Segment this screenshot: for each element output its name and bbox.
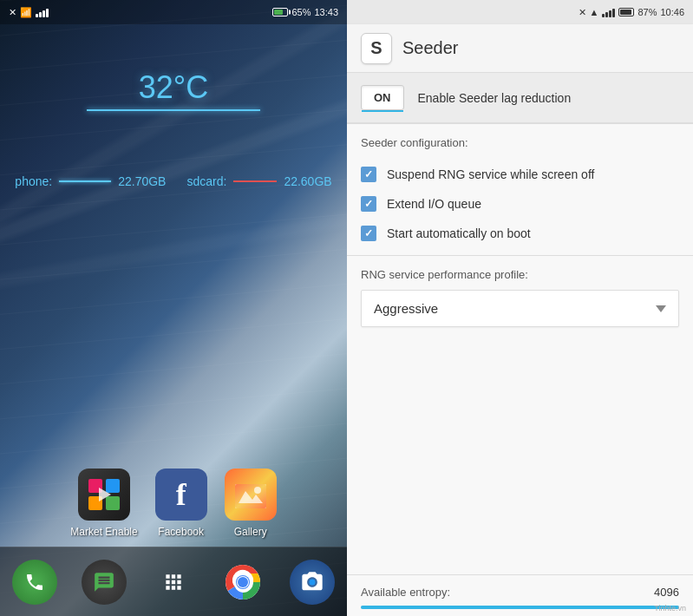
weather-widget: 32°C [0, 69, 347, 115]
bottom-dock [0, 547, 347, 616]
dropdown-arrow-icon [656, 305, 666, 312]
entropy-value: 4096 [654, 586, 679, 599]
dock-phone[interactable] [12, 560, 57, 605]
facebook-f-letter: f [176, 479, 186, 510]
watermark: Tinhte.vn [654, 604, 686, 613]
seeder-logo: S [361, 33, 392, 64]
toggle-label: Enable Seeder lag reduction [418, 91, 572, 105]
svg-rect-3 [106, 496, 120, 510]
svg-rect-1 [106, 479, 120, 493]
checkbox-2[interactable] [361, 226, 376, 241]
left-status-bar: ✕ 📶 65% 13:43 [0, 0, 347, 24]
svg-point-13 [238, 577, 248, 587]
facebook-icon-img: f [155, 469, 207, 521]
config-section: Seeder configuration: Suspend RNG servic… [347, 124, 693, 255]
wifi-icon: 📶 [20, 7, 32, 18]
storage-info: phone: 22.70GB sdcard: 22.60GB [0, 174, 347, 189]
signal-bar-4 [46, 9, 49, 17]
profile-dropdown[interactable]: Aggressive [361, 290, 679, 327]
right-signal-bar-4 [612, 9, 615, 17]
app-title: Seeder [402, 38, 459, 58]
checkbox-row-1[interactable]: Extend I/O queue [361, 189, 679, 219]
right-mute-icon: ✕ [579, 7, 586, 18]
dock-apps[interactable] [151, 560, 196, 605]
gallery-icon-img [225, 469, 277, 521]
right-clock: 10:46 [660, 7, 684, 17]
right-signal-bar-1 [602, 14, 605, 17]
sms-icon [93, 571, 115, 593]
market-icon-img [78, 469, 130, 521]
signal-bar-2 [39, 12, 42, 17]
right-signal-bars [602, 7, 615, 17]
dock-camera[interactable] [290, 560, 335, 605]
right-status-bar: ✕ ▲ 87% 10:46 [347, 0, 693, 24]
phone-value: 22.70GB [118, 174, 166, 188]
sdcard-bar [233, 180, 277, 182]
app-icon-gallery[interactable]: Gallery [225, 469, 277, 538]
checkbox-1[interactable] [361, 196, 376, 212]
dock-sms[interactable] [82, 560, 127, 605]
right-signal-bar-2 [605, 12, 608, 17]
phone-icon [24, 572, 45, 593]
mute-icon: ✕ [9, 7, 16, 18]
temperature-bar [87, 109, 260, 111]
temperature-display: 32°C [0, 69, 347, 106]
battery-outer [272, 8, 288, 16]
checkbox-row-2[interactable]: Start automatically on boot [361, 219, 679, 248]
signal-bar-1 [36, 14, 38, 17]
camera-icon [300, 570, 324, 594]
left-status-right: 65% 13:43 [272, 7, 338, 17]
apps-icon [162, 571, 185, 593]
profile-section: RNG service performance profile: Aggress… [347, 256, 693, 339]
svg-point-14 [310, 579, 316, 585]
app-dock-area: Market Enable f Facebook [0, 469, 347, 538]
signal-bar-3 [42, 10, 45, 17]
right-battery-fill [620, 10, 631, 15]
checkbox-label-1: Extend I/O queue [387, 197, 481, 211]
market-label: Market Enable [70, 526, 137, 538]
svg-point-9 [254, 487, 261, 494]
signal-bars [36, 7, 49, 17]
config-title: Seeder configuration: [361, 136, 679, 149]
checkbox-row-0[interactable]: Suspend RNG service while screen off [361, 160, 679, 189]
gallery-icon-svg [232, 475, 270, 514]
entropy-label: Available entropy: [361, 586, 450, 599]
toggle-row: ON Enable Seeder lag reduction [347, 73, 693, 123]
left-status-icons: ✕ 📶 [9, 7, 49, 18]
checkbox-label-0: Suspend RNG service while screen off [387, 167, 594, 181]
entropy-row: Available entropy: 4096 [361, 586, 679, 599]
right-panel: ✕ ▲ 87% 10:46 S Seeder ON Enable Seeder … [347, 0, 693, 616]
svg-rect-7 [235, 484, 266, 508]
app-icon-market[interactable]: Market Enable [70, 469, 137, 538]
right-signal-bar-3 [609, 10, 611, 17]
chrome-icon [224, 563, 262, 601]
sdcard-value: 22.60GB [284, 174, 331, 188]
phone-label: phone: [15, 174, 52, 188]
battery-indicator [272, 8, 288, 16]
market-icon-svg [85, 475, 123, 514]
entropy-section: Available entropy: 4096 [347, 574, 693, 616]
checkbox-0[interactable] [361, 167, 376, 182]
gallery-label: Gallery [234, 526, 267, 538]
sdcard-label: sdcard: [186, 174, 226, 188]
battery-percent-left: 65% [291, 7, 311, 17]
right-wifi-icon: ▲ [590, 7, 599, 17]
profile-value: Aggressive [374, 301, 438, 316]
left-panel: ✕ 📶 65% 13:43 32°C [0, 0, 347, 616]
seeder-logo-letter: S [370, 38, 382, 58]
right-battery-percent: 87% [637, 7, 657, 17]
facebook-label: Facebook [158, 526, 204, 538]
checkbox-label-2: Start automatically on boot [387, 226, 531, 240]
toggle-button[interactable]: ON [361, 85, 404, 110]
profile-title: RNG service performance profile: [361, 268, 679, 281]
right-battery [618, 8, 634, 16]
clock-left: 13:43 [314, 7, 338, 17]
battery-fill [274, 10, 282, 15]
entropy-bar-fill [361, 606, 679, 609]
phone-bar [59, 180, 111, 182]
app-content: ON Enable Seeder lag reduction Seeder co… [347, 73, 693, 616]
app-header: S Seeder [347, 24, 693, 73]
dock-chrome[interactable] [220, 560, 265, 605]
entropy-bar-container [361, 606, 679, 609]
app-icon-facebook[interactable]: f Facebook [155, 469, 207, 538]
